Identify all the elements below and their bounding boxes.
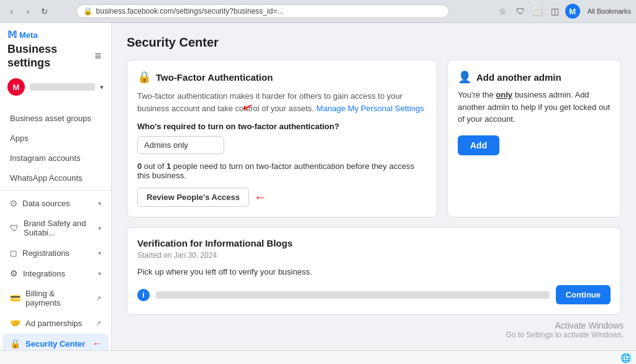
- browser-nav-buttons: ‹ › ↻: [5, 4, 51, 18]
- sidebar-item-label: WhatsApp Accounts: [10, 173, 101, 183]
- avatar: M: [7, 78, 25, 96]
- meta-logo-icon: 𝕄: [7, 29, 17, 40]
- cards-row: 🔒 Two-Factor Authentication Two-factor a…: [127, 60, 621, 217]
- sidebar-item-label: Security Center: [25, 339, 86, 348]
- verification-card: Verification for Informational Blogs Sta…: [127, 227, 621, 315]
- red-arrow-review: ←: [254, 190, 266, 204]
- info-circle-icon: i: [137, 289, 150, 301]
- shield-icon: 🛡: [10, 223, 19, 233]
- red-arrow-indicator: ←: [93, 339, 101, 348]
- data-sources-icon: ⊙: [10, 198, 17, 208]
- sidebar-item-business-asset-groups[interactable]: Business asset groups: [2, 109, 109, 128]
- sidebar-item-data-sources[interactable]: ⊙ Data sources ▾: [2, 193, 109, 213]
- address-bar[interactable]: 🔒 business.facebook.com/settings/securit…: [76, 4, 449, 18]
- shield-browser-icon[interactable]: 🛡: [513, 4, 528, 19]
- url-text: business.facebook.com/settings/security?…: [96, 7, 442, 16]
- status-bar: 🌐: [0, 350, 636, 364]
- lock-icon: 🔒: [10, 339, 20, 348]
- sidebar-item-registrations[interactable]: ◻ Registrations ▾: [2, 243, 109, 263]
- hamburger-button[interactable]: ≡: [92, 48, 104, 64]
- sidebar-item-whatsapp[interactable]: WhatsApp Accounts: [2, 168, 109, 188]
- chevron-down-icon: ▾: [98, 225, 101, 232]
- back-button[interactable]: ‹: [5, 4, 19, 18]
- profile-button[interactable]: M: [565, 4, 580, 19]
- account-selector[interactable]: M ▾: [0, 73, 111, 101]
- admin-description: You're the only business admin. Add anot…: [458, 89, 611, 125]
- review-btn-label: Review People's Access: [147, 193, 240, 202]
- page-title: Security Center: [127, 35, 621, 50]
- review-people-access-button[interactable]: Review People's Access: [137, 188, 249, 207]
- all-bookmarks-label: All Bookmarks: [588, 7, 631, 15]
- app-container: 𝕄 Meta Business settings ≡ M ▾ Business …: [0, 23, 636, 350]
- sidebar-item-label: Apps: [10, 134, 101, 143]
- reload-button[interactable]: ↻: [37, 4, 51, 18]
- sidebar-nav: Business asset groups Apps Instagram acc…: [0, 106, 111, 350]
- sidebar-item-billing[interactable]: 💳 Billing & payments ↗: [2, 284, 109, 312]
- chevron-down-icon: ▾: [100, 83, 104, 91]
- ad-partnerships-icon: 🤝: [10, 318, 20, 328]
- sidebar-item-label: Integrations: [23, 269, 93, 278]
- sidebar-item-instagram[interactable]: Instagram accounts: [2, 148, 109, 168]
- person-add-icon: 👤: [458, 70, 471, 84]
- sidebar-button[interactable]: ◫: [548, 4, 563, 19]
- admin-card-header: 👤 Add another admin: [458, 70, 611, 84]
- chevron-down-icon: ▾: [98, 270, 101, 277]
- account-name: [30, 83, 95, 91]
- external-link-icon: ↗: [96, 319, 101, 327]
- card-title: Two-Factor Authentication: [156, 72, 273, 83]
- sidebar-item-label: Registrations: [22, 248, 93, 258]
- main-content: Security Center 🔒 Two-Factor Authenticat…: [112, 23, 636, 350]
- manage-settings-link[interactable]: Manage My Personal Settings: [316, 104, 424, 113]
- sidebar-item-label: Ad partnerships: [25, 319, 91, 328]
- sidebar-item-apps[interactable]: Apps: [2, 129, 109, 148]
- verification-row: i Continue: [137, 285, 611, 304]
- sidebar-title: Business settings: [7, 43, 92, 70]
- forward-button[interactable]: ›: [21, 4, 35, 18]
- extensions-button[interactable]: ⬜: [530, 4, 545, 19]
- browser-actions: ☆ 🛡 ⬜ ◫ M All Bookmarks: [496, 4, 631, 19]
- admin-card-title: Add another admin: [476, 72, 561, 83]
- sidebar-item-label: Billing & payments: [25, 289, 91, 307]
- sidebar-item-label: Brand Safety and Suitabi...: [24, 219, 93, 237]
- verification-blurred-text: [156, 291, 550, 299]
- integrations-icon: ⚙: [10, 268, 18, 278]
- two-factor-dropdown[interactable]: Admins only All people No one: [137, 136, 224, 154]
- dropdown-row: Admins only All people No one ↙: [137, 136, 427, 154]
- divider: [0, 190, 111, 191]
- continue-button[interactable]: Continue: [556, 285, 611, 304]
- chevron-down-icon: ▾: [98, 200, 101, 207]
- add-admin-card: 👤 Add another admin You're the only busi…: [447, 60, 621, 217]
- sidebar-item-brand-safety[interactable]: 🛡 Brand Safety and Suitabi... ▾: [2, 214, 109, 242]
- sidebar: 𝕄 Meta Business settings ≡ M ▾ Business …: [0, 23, 112, 350]
- two-factor-info-text: 0 out of 1 people need to turn on two-fa…: [137, 162, 427, 180]
- registrations-icon: ◻: [10, 248, 17, 258]
- sidebar-item-integrations[interactable]: ⚙ Integrations ▾: [2, 263, 109, 283]
- chevron-down-icon: ▾: [98, 250, 101, 257]
- meta-logo: 𝕄 Meta: [7, 29, 104, 40]
- verification-description: Pick up where you left off to verify you…: [137, 267, 611, 276]
- lock-icon: 🔒: [83, 7, 93, 16]
- sidebar-item-label: Instagram accounts: [10, 153, 101, 163]
- add-admin-button[interactable]: Add: [458, 135, 499, 155]
- card-header: 🔒 Two-Factor Authentication: [137, 70, 427, 84]
- verification-date: Started on Jan 30, 2024: [137, 251, 611, 260]
- browser-chrome: ‹ › ↻ 🔒 business.facebook.com/settings/s…: [0, 0, 636, 23]
- sidebar-item-label: Business asset groups: [10, 114, 101, 123]
- billing-icon: 💳: [10, 293, 20, 303]
- sidebar-header: 𝕄 Meta Business settings ≡: [0, 23, 111, 73]
- external-link-icon: ↗: [96, 294, 101, 303]
- globe-icon: 🌐: [620, 353, 631, 363]
- sidebar-item-ad-partnerships[interactable]: 🤝 Ad partnerships ↗: [2, 313, 109, 333]
- two-factor-card: 🔒 Two-Factor Authentication Two-factor a…: [127, 60, 437, 217]
- star-button[interactable]: ☆: [496, 4, 511, 19]
- sidebar-item-security-center[interactable]: 🔒 Security Center ←: [2, 334, 109, 350]
- sidebar-item-label: Data sources: [22, 199, 93, 208]
- lock-card-icon: 🔒: [137, 70, 151, 84]
- verification-title: Verification for Informational Blogs: [137, 238, 611, 248]
- meta-logo-text: Meta: [19, 30, 38, 40]
